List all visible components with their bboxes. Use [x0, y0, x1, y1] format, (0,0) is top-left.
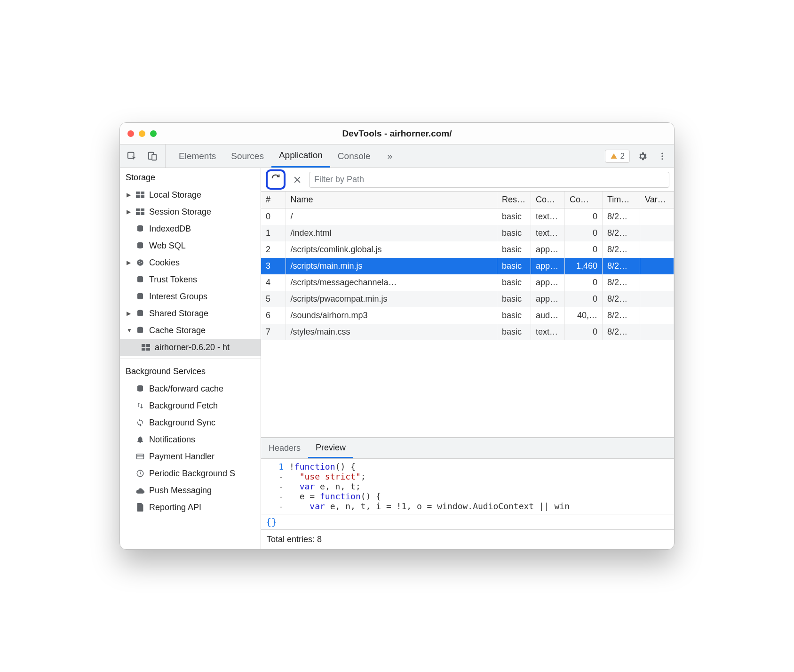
refresh-button[interactable] — [266, 169, 286, 190]
cell-res: basic — [497, 241, 531, 258]
code-text: e = function() { — [289, 491, 674, 501]
table-row[interactable]: 3/scripts/main.min.jsbasicapp…1,4608/2… — [261, 258, 674, 274]
cell-idx: 5 — [261, 291, 286, 307]
svg-rect-28 — [146, 344, 150, 347]
maximize-window-icon[interactable] — [150, 130, 157, 137]
cell-length: 0 — [565, 225, 603, 241]
sidebar-item-indexeddb[interactable]: IndexedDB — [120, 220, 261, 237]
cell-time: 8/2… — [603, 274, 640, 291]
cell-vary — [640, 258, 674, 274]
code-text: !function() { — [289, 462, 674, 472]
cell-name: / — [286, 208, 497, 225]
svg-point-21 — [139, 263, 140, 264]
col-content-type[interactable]: Co… — [531, 192, 565, 208]
line-number: - — [261, 481, 289, 491]
svg-point-20 — [141, 262, 142, 263]
svg-rect-15 — [141, 212, 144, 215]
svg-point-4 — [661, 155, 663, 157]
sync-icon — [135, 418, 145, 427]
col-response[interactable]: Res… — [497, 192, 531, 208]
sidebar-item-session-storage[interactable]: ▶Session Storage — [120, 203, 261, 220]
code-line: - var e, n, t; — [261, 481, 674, 491]
disclosure-icon: ▶ — [127, 310, 133, 317]
object-preview-bar[interactable]: {} — [261, 514, 674, 529]
cell-name: /scripts/pwacompat.min.js — [286, 291, 497, 307]
sidebar-item-label: Periodic Background S — [149, 469, 235, 479]
db-grid-icon — [135, 208, 145, 215]
col-index[interactable]: # — [261, 192, 286, 208]
sidebar-item-label: Back/forward cache — [149, 384, 223, 394]
database-icon — [135, 292, 145, 301]
col-time[interactable]: Tim… — [603, 192, 640, 208]
sidebar-item-periodic-background-s[interactable]: Periodic Background S — [120, 465, 261, 482]
sidebar-item-web-sql[interactable]: Web SQL — [120, 237, 261, 254]
minimize-window-icon[interactable] — [139, 130, 145, 137]
cell-time: 8/2… — [603, 241, 640, 258]
table-row[interactable]: 7/styles/main.cssbasictext…08/2… — [261, 324, 674, 340]
sidebar-item-background-sync[interactable]: Background Sync — [120, 414, 261, 431]
svg-rect-9 — [136, 195, 140, 198]
cell-name: /index.html — [286, 225, 497, 241]
col-content-length[interactable]: Co… — [565, 192, 603, 208]
disclosure-icon: ▶ — [127, 259, 133, 266]
cell-name: /sounds/airhorn.mp3 — [286, 307, 497, 324]
cache-entries-table-wrap[interactable]: # Name Res… Co… Co… Tim… Var… 0/basictex… — [261, 192, 674, 438]
sidebar-item-push-messaging[interactable]: Push Messaging — [120, 482, 261, 499]
preview-tab-preview[interactable]: Preview — [308, 438, 353, 458]
sidebar-item-label: IndexedDB — [149, 224, 191, 234]
refresh-icon — [270, 173, 281, 184]
col-vary[interactable]: Var… — [640, 192, 674, 208]
panel-tabs-bar: ElementsSourcesApplicationConsole » 2 — [120, 144, 674, 168]
svg-point-5 — [661, 158, 663, 160]
sidebar-item-cookies[interactable]: ▶Cookies — [120, 254, 261, 271]
sidebar-item-label: Background Sync — [149, 418, 215, 428]
database-icon — [135, 224, 145, 233]
sidebar-item-local-storage[interactable]: ▶Local Storage — [120, 186, 261, 203]
tab-elements[interactable]: Elements — [171, 144, 223, 168]
settings-icon[interactable] — [635, 149, 650, 163]
device-toolbar-icon[interactable] — [145, 149, 159, 163]
sidebar-item-shared-storage[interactable]: ▶Shared Storage — [120, 305, 261, 322]
cell-idx: 3 — [261, 258, 286, 274]
col-name[interactable]: Name — [286, 192, 497, 208]
table-row[interactable]: 2/scripts/comlink.global.jsbasicapp…08/2… — [261, 241, 674, 258]
tab-sources[interactable]: Sources — [223, 144, 271, 168]
table-row[interactable]: 4/scripts/messagechannela…basicapp…08/2… — [261, 274, 674, 291]
db-grid-icon — [135, 192, 145, 198]
sidebar-item-airhorner-0-6-20-ht[interactable]: airhorner-0.6.20 - ht — [120, 339, 261, 356]
clear-button[interactable] — [290, 173, 304, 187]
sidebar-item-payment-handler[interactable]: Payment Handler — [120, 448, 261, 465]
inspect-element-icon[interactable] — [125, 149, 139, 163]
clock-icon — [135, 469, 145, 478]
overflow-tabs-button[interactable]: » — [380, 144, 400, 168]
sidebar-item-background-fetch[interactable]: Background Fetch — [120, 397, 261, 414]
sidebar-item-notifications[interactable]: Notifications — [120, 431, 261, 448]
tab-console[interactable]: Console — [330, 144, 378, 168]
table-row[interactable]: 0/basictext…08/2… — [261, 208, 674, 225]
cell-vary — [640, 307, 674, 324]
database-icon — [135, 384, 145, 393]
close-window-icon[interactable] — [127, 130, 134, 137]
tab-application[interactable]: Application — [271, 144, 330, 168]
sidebar-item-label: Payment Handler — [149, 452, 214, 462]
cell-length: 0 — [565, 324, 603, 340]
table-row[interactable]: 1/index.htmlbasictext…08/2… — [261, 225, 674, 241]
sidebar-item-cache-storage[interactable]: ▼Cache Storage — [120, 322, 261, 339]
code-text: var e, n, t, i = !1, o = window.AudioCon… — [289, 501, 674, 511]
warnings-badge[interactable]: 2 — [605, 150, 630, 163]
sidebar-item-back-forward-cache[interactable]: Back/forward cache — [120, 380, 261, 397]
table-row[interactable]: 5/scripts/pwacompat.min.jsbasicapp…08/2… — [261, 291, 674, 307]
source-preview[interactable]: 1!function() {- "use strict";- var e, n,… — [261, 459, 674, 514]
table-row[interactable]: 6/sounds/airhorn.mp3basicaud…40,…8/2… — [261, 307, 674, 324]
sidebar-item-trust-tokens[interactable]: Trust Tokens — [120, 271, 261, 288]
svg-rect-33 — [137, 456, 144, 456]
kebab-menu-icon[interactable] — [655, 149, 669, 163]
preview-tab-headers[interactable]: Headers — [261, 438, 308, 458]
sidebar-item-interest-groups[interactable]: Interest Groups — [120, 288, 261, 305]
services-tree: Back/forward cacheBackground FetchBackgr… — [120, 380, 261, 516]
cell-content: text… — [531, 208, 565, 225]
svg-rect-8 — [141, 192, 144, 194]
line-number: - — [261, 472, 289, 481]
filter-input[interactable] — [309, 172, 669, 188]
sidebar-item-reporting-api[interactable]: Reporting API — [120, 499, 261, 516]
